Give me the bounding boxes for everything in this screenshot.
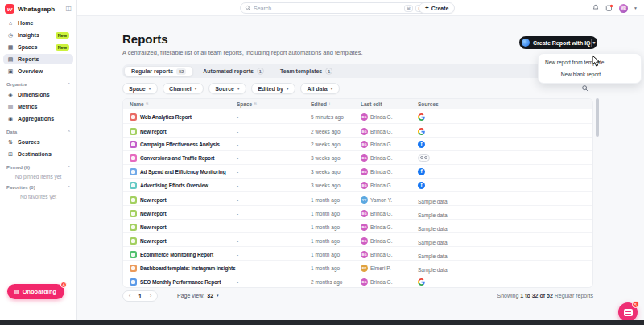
table-row[interactable]: New report-1 month agoYYYamon Y.Sample d… — [123, 191, 592, 205]
report-tabs: Regular reports52Automated reports1Team … — [122, 64, 593, 78]
last-edit-cell: BGBrinda G. — [361, 237, 418, 245]
sidebar-item-destinations[interactable]: ⊞Destinations — [3, 149, 73, 159]
menu-item-new-report-from-template[interactable]: New report from template — [539, 56, 641, 68]
name-cell: New report — [130, 128, 237, 135]
sort-icon: ⇅ — [254, 101, 257, 106]
sources-cell — [418, 274, 586, 288]
sidebar-item-metrics[interactable]: ▥Metrics — [3, 101, 73, 112]
sample-data-label: Sample data — [418, 240, 448, 245]
global-search-input[interactable]: Search... ⌘ K — [240, 2, 428, 14]
filter-edited-by[interactable]: Edited by▼ — [251, 83, 295, 94]
avatar-chevron-down-icon[interactable]: ▼ — [634, 6, 638, 10]
column-header-sources[interactable]: Sources — [418, 101, 586, 107]
report-name: Ad Spend and Efficiency Monitoring — [140, 169, 226, 175]
sidebar-item-sources[interactable]: ⇅Sources — [3, 137, 73, 147]
create-report-with-iq-button[interactable]: Create Report with IQ ▼ — [519, 36, 597, 49]
filter-all-data[interactable]: All data▼ — [300, 83, 340, 94]
next-page-button[interactable]: › — [146, 291, 155, 301]
chat-icon — [624, 309, 633, 316]
editor-name: Brinda G. — [370, 252, 392, 257]
google-source-icon — [418, 278, 425, 286]
editor-avatar: BG — [361, 113, 368, 121]
sidebar-item-insights[interactable]: ◷InsightsNew — [3, 30, 73, 40]
sidebar-section-favorites-0[interactable]: Favorites (0)^ — [0, 181, 76, 191]
tab-team-templates[interactable]: Team templates1 — [274, 66, 339, 76]
sidebar-item-dimensions[interactable]: ◈Dimensions — [3, 89, 73, 100]
table-row[interactable]: Web Analytics Report-5 minutes agoBGBrin… — [123, 109, 592, 123]
notifications-bell-icon[interactable] — [592, 4, 600, 12]
table-row[interactable]: Conversions and Traffic Report-3 weeks a… — [123, 150, 592, 164]
sidebar-item-overview[interactable]: ▣Overview — [3, 66, 73, 76]
chevron-down-icon: ▼ — [286, 87, 289, 91]
table-row[interactable]: Ad Spend and Efficiency Monitoring-3 wee… — [123, 164, 592, 178]
report-name: Dashboard template: Instagram Insights O… — [140, 265, 237, 271]
create-button[interactable]: + Create — [419, 2, 455, 14]
column-header-last-edit[interactable]: Last edit — [361, 101, 418, 107]
section-items: ⇅Sources⊞Destinations — [0, 136, 76, 159]
plus-icon: + — [425, 5, 429, 11]
tab-count-badge: 1 — [325, 68, 332, 75]
sidebar-section-organize[interactable]: Organize^ — [0, 78, 76, 88]
sample-data-label: Sample data — [418, 267, 448, 273]
space-cell: - — [237, 129, 311, 134]
menu-item-new-blank-report[interactable]: New blank report — [539, 68, 641, 80]
iq-logo-icon — [522, 39, 530, 47]
table-row[interactable]: New report-1 month agoBGBrinda G.Sample … — [123, 219, 592, 232]
edited-cell: 2 weeks ago — [311, 129, 361, 134]
column-header-space[interactable]: Space⇅ — [237, 101, 311, 107]
table-search-icon[interactable] — [581, 84, 589, 93]
iq-chevron-down-icon[interactable]: ▼ — [591, 40, 597, 45]
report-thumbnail-icon — [130, 210, 137, 217]
column-header-edited[interactable]: Edited↓ — [311, 101, 361, 107]
sidebar-collapse-icon[interactable]: ◫ — [65, 6, 72, 12]
report-name: Ecommerce Monitoring Report — [140, 252, 213, 257]
filter-channel[interactable]: Channel▼ — [163, 83, 204, 94]
sidebar-item-home[interactable]: ⌂Home — [3, 18, 73, 28]
table-row[interactable]: Advertising Efforts Overview-3 weeks ago… — [123, 178, 592, 191]
report-thumbnail-icon — [130, 113, 137, 121]
showing-suffix: Regular reports — [555, 293, 593, 298]
sidebar-section-pinned-0[interactable]: Pinned (0)^ — [0, 161, 76, 171]
user-avatar[interactable]: MB — [619, 4, 628, 13]
tab-automated-reports[interactable]: Automated reports1 — [196, 66, 270, 76]
whats-new-icon[interactable] — [605, 4, 613, 12]
table-row[interactable]: New report-1 month agoBGBrinda G.Sample … — [123, 205, 592, 219]
table-row[interactable]: Campaign Effectiveness Analysis-2 weeks … — [123, 137, 592, 150]
filter-space[interactable]: Space▼ — [122, 83, 158, 94]
tab-regular-reports[interactable]: Regular reports52 — [124, 66, 193, 76]
destinations-icon: ⊞ — [7, 151, 14, 158]
name-cell: Dashboard template: Instagram Insights O… — [130, 265, 237, 272]
space-cell: - — [237, 183, 311, 188]
onboarding-button[interactable]: ▤ Onboarding 4 — [7, 284, 64, 299]
chat-widget-button[interactable]: 5 — [618, 302, 638, 322]
name-cell: Ad Spend and Efficiency Monitoring — [130, 168, 237, 175]
last-edit-cell: YYYamon Y. — [361, 196, 418, 204]
report-thumbnail-icon — [130, 251, 137, 258]
report-thumbnail-icon — [130, 237, 137, 245]
search-icon — [245, 5, 251, 11]
sidebar-item-aggregations[interactable]: ◉Aggregations — [3, 113, 73, 124]
column-label: Edited — [311, 101, 327, 107]
prev-page-button[interactable]: ‹ — [125, 291, 134, 301]
table-scrollbar[interactable] — [596, 98, 599, 137]
filter-label: Channel — [169, 86, 192, 92]
table-row[interactable]: Ecommerce Monitoring Report-1 month agoB… — [123, 246, 592, 260]
filter-source[interactable]: Source▼ — [208, 83, 246, 94]
table-row[interactable]: New report-2 weeks agoBGBrinda G. — [123, 123, 592, 137]
page-view-select[interactable]: Page view: 32 ▼ — [177, 293, 220, 298]
editor-name: Brinda G. — [370, 155, 392, 161]
report-thumbnail-icon — [130, 182, 137, 189]
table-row[interactable]: SEO Monthly Performance Report-2 months … — [123, 274, 592, 287]
spaces-icon: ▦ — [7, 44, 14, 51]
tab-count-badge: 52 — [176, 68, 186, 75]
facebook-source-icon: f — [418, 168, 425, 175]
table-row[interactable]: Dashboard template: Instagram Insights O… — [123, 260, 592, 274]
column-header-name[interactable]: Name⇅ — [130, 101, 237, 107]
results-summary: Showing 1 to 32 of 52 Regular reports — [497, 293, 593, 298]
sidebar-item-spaces[interactable]: ▦SpacesNew — [3, 42, 73, 52]
logo-row: w Whatagraph ◫ — [0, 0, 76, 17]
sidebar-section-data[interactable]: Data^ — [0, 125, 76, 136]
table-row[interactable]: New report-1 month agoBGBrinda G.Sample … — [123, 232, 592, 246]
name-cell: Conversions and Traffic Report — [130, 154, 237, 162]
sidebar-item-reports[interactable]: ▤Reports — [3, 54, 73, 64]
